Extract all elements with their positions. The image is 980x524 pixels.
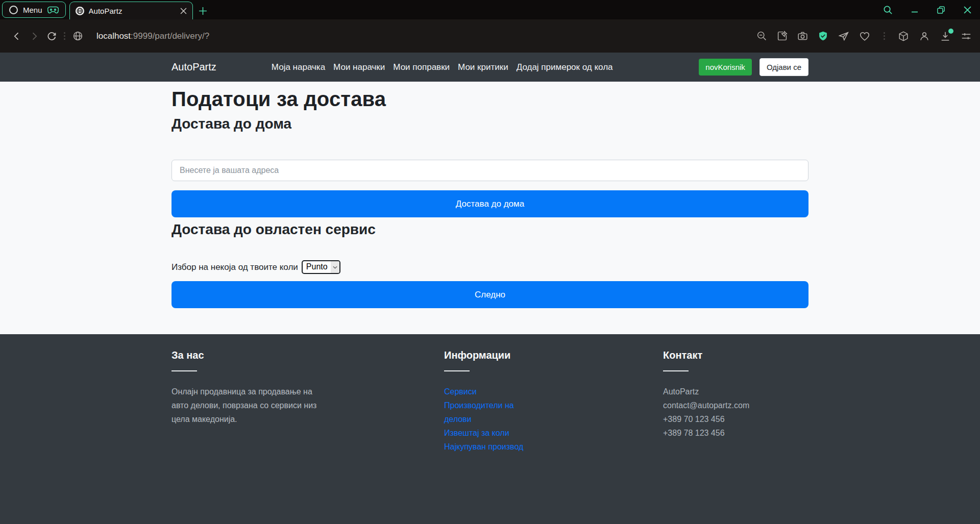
new-tab-button[interactable] xyxy=(199,7,207,15)
service-delivery-heading: Достава до овластен сервис xyxy=(172,221,808,238)
url-host: localhost xyxy=(96,31,131,41)
nav-link-my-reviews[interactable]: Мои критики xyxy=(458,62,508,72)
footer-heading-rule xyxy=(172,370,197,371)
profile-person-icon[interactable] xyxy=(919,31,930,42)
nav-link-add-car[interactable]: Додај примерок од кола xyxy=(517,62,613,72)
contact-phone-2: +389 78 123 456 xyxy=(663,426,808,440)
brand-logo[interactable]: AutoPartz xyxy=(172,61,216,73)
tab-title: AutoPartz xyxy=(89,7,176,15)
tab-close-icon[interactable] xyxy=(180,8,187,14)
minimize-icon[interactable] xyxy=(911,6,919,14)
next-button[interactable]: Следно xyxy=(172,281,808,308)
address-input[interactable] xyxy=(172,160,808,181)
forward-icon[interactable] xyxy=(26,31,43,41)
toolbar-divider-dots xyxy=(883,32,885,40)
car-select-value: Punto xyxy=(303,261,331,273)
footer-link-services[interactable]: Сервиси xyxy=(444,385,537,398)
nav-link-my-orders[interactable]: Мои нарачки xyxy=(333,62,385,72)
chevron-down-icon xyxy=(331,261,339,273)
shield-check-icon[interactable] xyxy=(818,31,828,41)
browser-tab-strip: Menu AutoPartz xyxy=(0,0,980,19)
extensions-cube-icon[interactable] xyxy=(898,31,909,42)
paper-plane-icon[interactable] xyxy=(838,31,849,42)
footer-link-best-selling[interactable]: Најкупуван производ xyxy=(444,440,537,454)
settings-sliders-icon[interactable] xyxy=(961,31,972,42)
heart-icon[interactable] xyxy=(859,31,870,42)
url-path: :9999/part/delivery/? xyxy=(131,31,209,41)
search-zoom-icon[interactable] xyxy=(756,31,767,41)
address-bar[interactable]: localhost:9999/part/delivery/? xyxy=(96,31,209,41)
footer-about-text: Онлајн продавница за продавање на авто д… xyxy=(172,385,331,426)
footer-info-heading: Информации xyxy=(444,350,663,361)
pinboard-icon[interactable] xyxy=(777,31,788,41)
gx-gamepad-icon[interactable] xyxy=(47,6,59,14)
car-select[interactable]: Punto xyxy=(302,260,340,274)
car-select-label: Избор на некоја од твоите коли xyxy=(172,262,298,272)
home-delivery-heading: Достава до дома xyxy=(172,116,808,132)
page-title: Податоци за достава xyxy=(172,88,808,111)
menu-label: Menu xyxy=(23,6,42,14)
nav-link-my-order[interactable]: Моја нарачка xyxy=(272,62,325,72)
toolbar-divider-dots xyxy=(63,32,65,40)
footer-heading-rule xyxy=(663,370,689,371)
camera-icon[interactable] xyxy=(797,31,808,41)
contact-phone-1: +389 70 123 456 xyxy=(663,412,808,426)
browser-toolbar: localhost:9999/part/delivery/? xyxy=(0,19,980,53)
browser-search-icon[interactable] xyxy=(883,5,893,15)
footer-heading-rule xyxy=(444,370,470,371)
site-navbar: AutoPartz Моја нарачка Мои нарачки Мои п… xyxy=(0,53,980,82)
browser-menu-button[interactable]: Menu xyxy=(2,2,66,18)
contact-email: contact@autopartz.com xyxy=(663,398,808,412)
site-globe-icon[interactable] xyxy=(72,31,83,41)
main-content: Податоци за достава Достава до дома Дост… xyxy=(0,82,980,334)
logout-button[interactable]: Одјави се xyxy=(760,58,808,76)
reload-icon[interactable] xyxy=(43,31,60,41)
home-delivery-button[interactable]: Достава до дома xyxy=(172,190,808,217)
user-button[interactable]: novKorisnik xyxy=(699,59,752,76)
footer-about-heading: За нас xyxy=(172,350,444,361)
opera-logo-icon xyxy=(9,6,18,14)
downloads-icon[interactable] xyxy=(940,31,951,42)
tab-favicon-globe-icon xyxy=(76,7,84,15)
footer-link-car-report[interactable]: Извештај за коли xyxy=(444,426,537,440)
browser-tab-autopartz[interactable]: AutoPartz xyxy=(69,2,193,19)
back-icon[interactable] xyxy=(8,31,26,41)
footer-contact-heading: Контакт xyxy=(663,350,808,361)
contact-company: AutoPartz xyxy=(663,385,808,398)
download-badge-dot xyxy=(948,29,953,34)
footer-link-part-manufacturers[interactable]: Производители на делови xyxy=(444,398,537,426)
restore-icon[interactable] xyxy=(937,6,945,14)
footer: За нас Онлајн продавница за продавање на… xyxy=(0,334,980,524)
close-icon[interactable] xyxy=(963,6,972,14)
nav-link-my-repairs[interactable]: Мои поправки xyxy=(393,62,450,72)
